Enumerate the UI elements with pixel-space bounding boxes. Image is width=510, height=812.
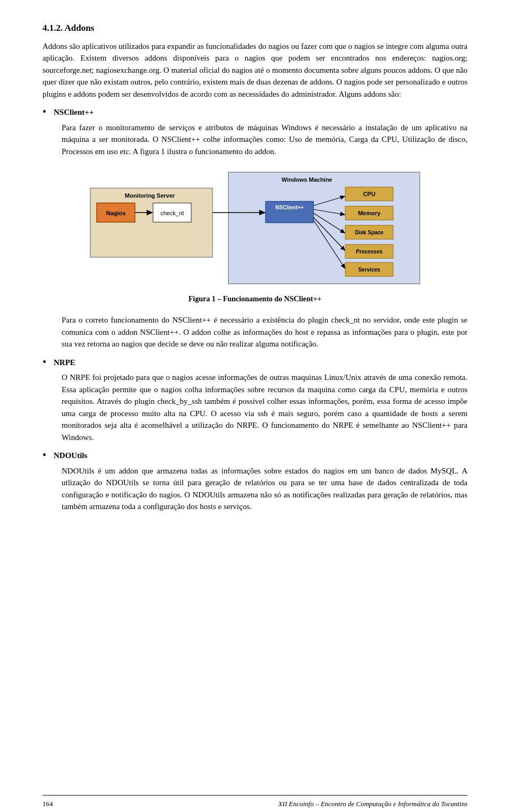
ndoutils-paragraph: NDOUtils é um addon que armazena todas a… (62, 465, 468, 513)
svg-text:NSClient++: NSClient++ (275, 205, 304, 210)
figure-caption: Figura 1 – Funcionamento do NSClient++ (189, 293, 321, 304)
diagram-svg: Monitoring Server Nagios check_nt Window… (85, 167, 425, 289)
nrpe-label: NRPE (54, 356, 75, 369)
svg-text:Services: Services (358, 267, 380, 273)
nsclient-bullet-item: • NSClient++ (42, 105, 468, 119)
bullet-dot: • (42, 105, 46, 118)
svg-text:Processes: Processes (356, 249, 382, 255)
ndoutils-label: NDOUtils (54, 449, 87, 462)
nrpe-paragraph: O NRPE foi projetado para que o nagios a… (62, 371, 468, 443)
main-content: 4.1.2. Addons Addons são aplicativos uti… (42, 21, 468, 795)
svg-text:Windows Machine: Windows Machine (282, 176, 332, 183)
nsclient-paragraph-2: Para o correto funcionamento do NSClient… (62, 314, 468, 350)
svg-text:check_nt: check_nt (160, 210, 184, 216)
page: 4.1.2. Addons Addons são aplicativos uti… (0, 0, 510, 812)
nsclient-paragraph-1: Para fazer o monitoramento de serviços e… (62, 122, 468, 158)
ndoutils-bullet-item: • NDOUtils (42, 449, 468, 462)
bullet-dot-3: • (42, 449, 46, 461)
figure-1: Monitoring Server Nagios check_nt Window… (42, 167, 468, 309)
page-footer: 164 XII Encoinfo – Encontro de Computaçã… (42, 795, 468, 813)
svg-text:CPU: CPU (363, 191, 375, 197)
svg-text:Monitoring Server: Monitoring Server (125, 192, 175, 199)
svg-text:Memory: Memory (358, 210, 381, 216)
svg-text:Disk Space: Disk Space (355, 230, 384, 235)
footer-page-number: 164 (42, 799, 53, 809)
footer-conference-name: XII Encoinfo – Encontro de Computação e … (278, 799, 468, 809)
bullet-dot-2: • (42, 356, 46, 368)
nsclient-label: NSClient++ (54, 105, 94, 119)
intro-paragraph: Addons são aplicativos utilizados para e… (42, 40, 468, 100)
section-heading: 4.1.2. Addons (42, 21, 468, 35)
nrpe-bullet-item: • NRPE (42, 356, 468, 369)
svg-text:Nagios: Nagios (106, 210, 126, 216)
